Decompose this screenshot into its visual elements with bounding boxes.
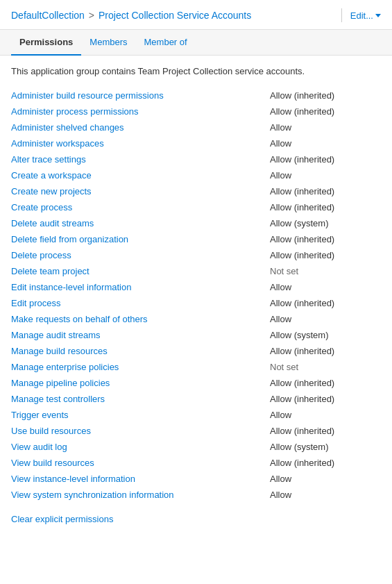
clear-explicit-permissions-link[interactable]: Clear explicit permissions [11, 514, 113, 524]
permission-value: Allow (inherited) [270, 458, 381, 468]
permission-name[interactable]: Delete team project [11, 266, 270, 276]
permission-name[interactable]: Administer build resource permissions [11, 90, 270, 101]
tab-permissions[interactable]: Permissions [11, 30, 81, 56]
permission-value: Allow (inherited) [270, 234, 381, 244]
permission-value: Allow [270, 122, 381, 133]
permission-value: Allow (inherited) [270, 90, 381, 101]
table-row: Delete team projectNot set [11, 263, 381, 279]
permission-name[interactable]: Edit process [11, 298, 270, 308]
permission-name[interactable]: Alter trace settings [11, 154, 270, 165]
permission-name[interactable]: View instance-level information [11, 474, 270, 484]
group-description: This application group contains Team Pro… [11, 65, 381, 78]
permission-value: Allow [270, 138, 381, 149]
header: DefaultCollection > Project Collection S… [0, 0, 392, 30]
permission-value: Allow (system) [270, 442, 381, 452]
permissions-table: Administer build resource permissionsAll… [11, 87, 381, 503]
table-row: Create processAllow (inherited) [11, 199, 381, 215]
table-row: Manage enterprise policiesNot set [11, 359, 381, 375]
permission-name[interactable]: Create a workspace [11, 170, 270, 181]
permission-value: Allow [270, 474, 381, 484]
permission-name[interactable]: Manage test controllers [11, 394, 270, 404]
permission-value: Allow [270, 170, 381, 181]
permission-value: Allow (inherited) [270, 298, 381, 308]
table-row: Make requests on behalf of othersAllow [11, 311, 381, 327]
permission-name[interactable]: Manage enterprise policies [11, 362, 270, 372]
edit-button[interactable]: Edit... [350, 10, 381, 21]
permission-value: Allow (inherited) [270, 154, 381, 165]
permission-name[interactable]: Create new projects [11, 186, 270, 197]
table-row: Use build resourcesAllow (inherited) [11, 423, 381, 439]
permission-value: Allow (inherited) [270, 346, 381, 356]
permission-value: Allow (inherited) [270, 394, 381, 404]
permission-name[interactable]: Use build resources [11, 426, 270, 436]
permission-name[interactable]: Trigger events [11, 410, 270, 420]
table-row: Administer build resource permissionsAll… [11, 87, 381, 103]
permission-value: Allow (inherited) [270, 186, 381, 197]
table-row: Administer shelved changesAllow [11, 119, 381, 135]
permission-value: Allow (inherited) [270, 250, 381, 260]
table-row: View audit logAllow (system) [11, 439, 381, 455]
permission-value: Allow (inherited) [270, 106, 381, 117]
table-row: Manage test controllersAllow (inherited) [11, 391, 381, 407]
chevron-down-icon [375, 14, 381, 17]
table-row: View build resourcesAllow (inherited) [11, 455, 381, 471]
table-row: View system synchronization informationA… [11, 487, 381, 503]
permission-value: Allow (inherited) [270, 202, 381, 212]
permission-name[interactable]: Administer workspaces [11, 138, 270, 149]
tabs-bar: PermissionsMembersMember of [0, 30, 392, 56]
table-row: Delete audit streamsAllow (system) [11, 215, 381, 231]
breadcrumb-current: Project Collection Service Accounts [99, 10, 251, 21]
breadcrumb-separator: > [89, 10, 94, 21]
breadcrumb: DefaultCollection > Project Collection S… [11, 10, 333, 21]
permission-name[interactable]: Make requests on behalf of others [11, 314, 270, 324]
table-row: Edit instance-level informationAllow [11, 279, 381, 295]
permission-name[interactable]: Delete process [11, 250, 270, 260]
permission-name[interactable]: Delete field from organization [11, 234, 270, 244]
table-row: Delete processAllow (inherited) [11, 247, 381, 263]
table-row: Administer process permissionsAllow (inh… [11, 103, 381, 119]
tab-member-of[interactable]: Member of [136, 30, 196, 56]
permission-value: Allow [270, 314, 381, 324]
permission-name[interactable]: Manage audit streams [11, 330, 270, 340]
table-row: View instance-level informationAllow [11, 471, 381, 487]
permission-name[interactable]: View build resources [11, 458, 270, 468]
breadcrumb-link[interactable]: DefaultCollection [11, 10, 85, 21]
table-row: Trigger eventsAllow [11, 407, 381, 423]
permission-name[interactable]: Manage build resources [11, 346, 270, 356]
permission-name[interactable]: Manage pipeline policies [11, 378, 270, 388]
permission-value: Allow [270, 490, 381, 500]
table-row: Edit processAllow (inherited) [11, 295, 381, 311]
tab-members[interactable]: Members [81, 30, 135, 56]
permission-name[interactable]: Delete audit streams [11, 218, 270, 228]
header-divider [341, 8, 342, 22]
table-row: Delete field from organizationAllow (inh… [11, 231, 381, 247]
table-row: Create new projectsAllow (inherited) [11, 183, 381, 199]
permission-name[interactable]: Edit instance-level information [11, 282, 270, 292]
table-row: Manage pipeline policiesAllow (inherited… [11, 375, 381, 391]
table-row: Alter trace settingsAllow (inherited) [11, 151, 381, 167]
permission-value: Allow (system) [270, 218, 381, 228]
permission-name[interactable]: View audit log [11, 442, 270, 452]
permission-name[interactable]: Administer process permissions [11, 106, 270, 117]
permission-value: Allow (inherited) [270, 426, 381, 436]
permission-value: Allow (inherited) [270, 378, 381, 388]
permission-value: Not set [270, 266, 381, 276]
permission-name[interactable]: Administer shelved changes [11, 122, 270, 133]
permission-value: Allow [270, 410, 381, 420]
content-area: This application group contains Team Pro… [0, 56, 392, 534]
table-row: Administer workspacesAllow [11, 135, 381, 151]
permission-value: Allow (system) [270, 330, 381, 340]
edit-label: Edit... [350, 10, 373, 21]
table-row: Manage audit streamsAllow (system) [11, 327, 381, 343]
table-row: Create a workspaceAllow [11, 167, 381, 183]
permission-name[interactable]: View system synchronization information [11, 490, 270, 500]
permission-value: Allow [270, 282, 381, 292]
table-row: Manage build resourcesAllow (inherited) [11, 343, 381, 359]
permission-name[interactable]: Create process [11, 202, 270, 212]
permission-value: Not set [270, 362, 381, 372]
